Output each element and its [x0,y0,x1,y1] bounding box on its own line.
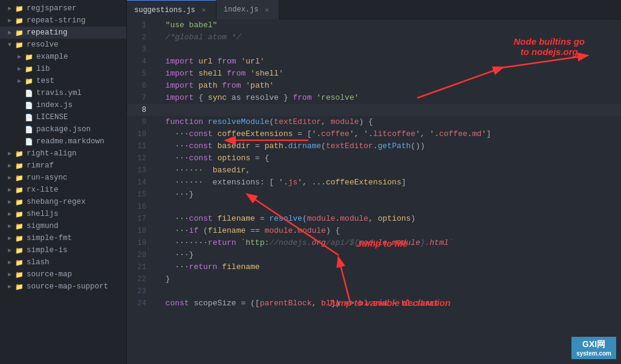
tree-arrow: ► [5,185,15,195]
sidebar-item-LICENSE[interactable]: ►📄LICENSE [0,111,126,123]
line-number: 6 [127,80,154,92]
tree-arrow: ► [15,64,24,74]
line-number: 4 [127,56,154,68]
code-line-16: 16 [127,201,621,213]
code-line-22: 22 } [127,273,621,285]
tree-arrow: ► [15,52,24,62]
code-line-13: 13 ······ basedir, [127,164,621,177]
tab-close-button[interactable]: ✕ [199,5,209,15]
line-number: 18 [127,225,154,237]
code-line-9: 9 function resolveModule(textEditor, mod… [127,116,621,128]
line-number: 11 [127,140,154,152]
sidebar-item-simple-is[interactable]: ►📁simple-is [0,244,126,256]
tree-arrow: ► [5,209,15,219]
line-number: 2 [127,31,154,44]
tree-arrow: ► [15,76,24,86]
line-number: 12 [127,152,154,164]
sidebar-item-readme-markdown[interactable]: ►📄readme.markdown [0,135,126,148]
sidebar-item-run-async[interactable]: ►📁run-async [0,172,126,184]
sidebar-item-rimraf[interactable]: ►📁rimraf [0,160,126,172]
sidebar-item-regjsparser[interactable]: ►📁regjsparser [0,2,126,15]
line-number: 15 [127,189,154,201]
line-content: function resolveModule(textEditor, modul… [154,116,621,128]
folder-icon: 📁 [24,64,34,74]
sidebar-item-lib[interactable]: ►📁lib [0,63,126,75]
item-label: index.js [36,101,73,109]
line-number: 22 [127,273,154,285]
sidebar-item-rx-lite[interactable]: ►📁rx-lite [0,184,126,196]
tree-arrow: ► [5,233,15,243]
line-content [154,285,621,297]
folder-icon: 📁 [15,161,24,171]
item-label: travis.yml [36,89,82,97]
editor-area: suggestions.js✕index.js✕ 1 "use babel"2 … [127,0,621,364]
line-content: ···const filename = resolve(module.modul… [154,213,621,225]
sidebar-item-shelljs[interactable]: ►📁shelljs [0,208,126,220]
line-number: 5 [127,68,154,80]
code-line-8: 8 [127,104,621,116]
item-label: package.json [36,125,91,134]
sidebar-item-source-map[interactable]: ►📁source-map [0,268,126,281]
sidebar-item-index-js[interactable]: ►📄index.js [0,99,126,111]
item-label: repeating [27,28,68,37]
code-line-10: 10 ···const coffeeExtensions = ['.coffee… [127,128,621,140]
line-content: import shell from 'shell' [154,68,621,80]
sidebar-item-resolve[interactable]: ►📁resolve [0,39,126,51]
file-icon: 📄 [24,88,34,98]
code-line-5: 5 import shell from 'shell' [127,68,621,80]
folder-icon: 📁 [15,233,24,243]
tree-arrow: ► [5,28,15,37]
line-number: 13 [127,164,154,177]
code-line-17: 17 ···const filename = resolve(module.mo… [127,213,621,225]
code-line-15: 15 ···} [127,189,621,201]
tab-close-button[interactable]: ✕ [262,5,271,15]
sidebar-item-test[interactable]: ►📁test [0,75,126,87]
item-label: test [36,77,54,85]
folder-icon: 📁 [15,209,24,219]
line-number: 8 [127,104,154,116]
item-label: lib [36,65,50,73]
line-content: ···const basedir = path.dirname(textEdit… [154,140,621,152]
sidebar-item-package-json[interactable]: ►📄package.json [0,123,126,135]
sidebar-item-simple-fmt[interactable]: ►📁simple-fmt [0,232,126,244]
item-label: readme.markdown [36,137,105,146]
tab-index-js[interactable]: index.js✕ [216,0,280,19]
line-content: const scopeSize = ([parentBlock, bl]) =>… [154,297,621,310]
line-content: ···const options = { [154,152,621,164]
line-number: 24 [127,297,154,310]
sidebar-item-repeat-string[interactable]: ►📁repeat-string [0,15,126,27]
item-label: shelljs [27,210,59,218]
tree-arrow: ► [5,16,15,25]
code-line-24: 24 const scopeSize = ([parentBlock, bl])… [127,297,621,310]
item-label: example [36,53,68,61]
line-content: } [154,273,621,285]
sidebar-item-sigmund[interactable]: ►📁sigmund [0,220,126,232]
tab-suggestions-js[interactable]: suggestions.js✕ [127,0,216,19]
line-content: ······ basedir, [154,164,621,177]
tree-arrow: ► [5,258,15,267]
sidebar-item-example[interactable]: ►📁example [0,51,126,63]
line-content: ···} [154,189,621,201]
folder-icon: 📁 [15,149,24,158]
line-number: 19 [127,237,154,249]
line-number: 14 [127,177,154,189]
tree-arrow: ► [5,221,15,231]
line-content: /*global atom */ [154,31,621,44]
sidebar-item-source-map-support[interactable]: ►📁source-map-support [0,281,126,293]
file-icon: 📄 [24,112,34,122]
sidebar-item-travis-yml[interactable]: ►📄travis.yml [0,87,126,99]
tree-arrow: ► [5,270,15,279]
code-editor[interactable]: 1 "use babel"2 /*global atom */34 import… [127,19,621,364]
item-label: simple-fmt [27,234,72,242]
code-line-3: 3 [127,44,621,56]
watermark-line1: GXI网 [582,339,605,350]
folder-icon: 📁 [24,76,34,86]
line-number: 3 [127,44,154,56]
sidebar-item-right-align[interactable]: ►📁right-align [0,148,126,160]
sidebar-item-slash[interactable]: ►📁slash [0,256,126,268]
sidebar-item-repeating[interactable]: ►📁repeating [0,27,126,39]
item-label: simple-is [27,246,68,255]
line-number: 1 [127,19,154,31]
sidebar-item-shebang-regex[interactable]: ►📁shebang-regex [0,196,126,208]
code-line-23: 23 [127,285,621,297]
